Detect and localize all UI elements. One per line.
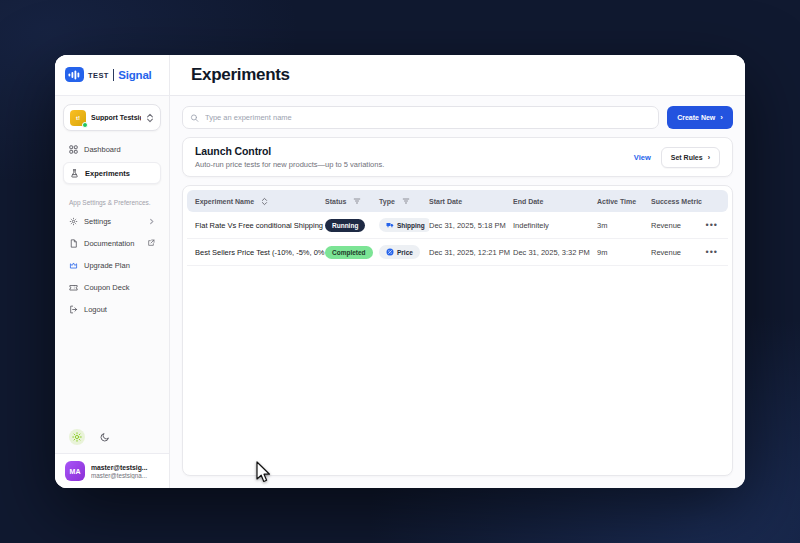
type-badge-price: Price	[379, 245, 420, 259]
sidebar-item-settings[interactable]: Settings	[63, 210, 161, 232]
menu-item-label: Documentation	[84, 239, 134, 248]
column-header-end-date: End Date	[513, 198, 597, 205]
type-badge-label: Shipping	[397, 222, 425, 229]
brand-name-right: Signal	[118, 69, 151, 81]
account-name: Support Testsig...	[91, 114, 141, 121]
sidebar-item-label: Experiments	[85, 169, 130, 178]
brand-name-left: TEST	[88, 71, 109, 80]
brand-logo: TEST Signal	[55, 55, 169, 96]
page-header: Experiments	[170, 55, 745, 96]
set-rules-label: Set Rules	[671, 154, 703, 161]
row-actions-menu-button[interactable]: •••	[705, 247, 720, 257]
column-header-status: Status	[325, 197, 379, 205]
document-icon	[69, 239, 78, 248]
launch-control-actions: View Set Rules ›	[634, 147, 720, 168]
menu-item-label: Upgrade Plan	[84, 261, 130, 270]
cell-type: Shipping	[379, 218, 429, 232]
menu-item-label: Logout	[84, 305, 107, 314]
cell-type: Price	[379, 245, 429, 259]
sidebar-item-coupon-deck[interactable]: Coupon Deck	[63, 276, 161, 298]
dark-mode-button[interactable]	[97, 429, 113, 445]
percent-badge-icon	[386, 248, 394, 256]
sidebar-item-logout[interactable]: Logout	[63, 298, 161, 320]
brand-logo-icon	[65, 67, 84, 83]
desktop-background: TEST Signal t! Support Testsig... Dashbo…	[0, 0, 800, 543]
page-content: Create New › Launch Control Auto-run pri…	[170, 96, 745, 488]
grid-icon	[69, 145, 78, 154]
search-input[interactable]	[182, 106, 659, 129]
status-badge-completed: Completed	[325, 246, 373, 259]
light-mode-button[interactable]	[69, 429, 85, 445]
menu-item-label: Settings	[84, 217, 111, 226]
column-header-active-time: Active Time	[597, 198, 651, 205]
column-header-experiment-name: Experiment Name	[195, 197, 325, 206]
table-empty-space	[187, 266, 728, 471]
user-avatar: MA	[65, 461, 85, 481]
cell-success-metric: Revenue	[651, 221, 705, 230]
launch-control-title: Launch Control	[195, 145, 384, 157]
cell-end-date: Indefinitely	[513, 221, 597, 230]
app-window: TEST Signal t! Support Testsig... Dashbo…	[55, 55, 745, 488]
chevron-right-icon: ›	[708, 154, 710, 161]
column-header-success-metric: Success Metric	[651, 198, 705, 205]
table-row[interactable]: Flat Rate Vs Free conditional Shipping R…	[187, 212, 728, 239]
cell-end-date: Dec 31, 2025, 3:32 PM	[513, 248, 597, 257]
row-actions-menu-button[interactable]: •••	[705, 220, 720, 230]
cell-experiment-name: Best Sellers Price Test (-10%, -5%, 0%,	[195, 248, 325, 257]
chevron-up-down-icon	[146, 113, 154, 123]
table-header-row: Experiment Name Status Type Start Date	[187, 190, 728, 212]
column-header-start-date: Start Date	[429, 198, 513, 205]
status-badge-running: Running	[325, 219, 365, 232]
flask-icon	[70, 169, 79, 178]
create-new-button[interactable]: Create New ›	[667, 106, 733, 129]
user-name: master@testsig...	[91, 464, 148, 471]
cell-status: Running	[325, 219, 379, 232]
menu-item-label: Coupon Deck	[84, 283, 129, 292]
cell-status: Completed	[325, 246, 379, 259]
sidebar-item-upgrade-plan[interactable]: Upgrade Plan	[63, 254, 161, 276]
search-field-wrapper	[182, 106, 659, 129]
page-title: Experiments	[191, 65, 290, 85]
cell-start-date: Dec 31, 2025, 12:21 PM	[429, 248, 513, 257]
sidebar-nav: Dashboard Experiments	[55, 137, 169, 187]
user-email: master@testsigna...	[91, 472, 148, 479]
view-link[interactable]: View	[634, 153, 651, 162]
launch-control-subtitle: Auto-run price tests for new products—up…	[195, 160, 384, 169]
cell-start-date: Dec 31, 2025, 5:18 PM	[429, 221, 513, 230]
truck-icon	[386, 221, 394, 229]
sidebar-menu: Settings Documentation Upgrade Plan Coup…	[55, 210, 169, 320]
sidebar-item-experiments[interactable]: Experiments	[63, 162, 161, 184]
type-badge-shipping: Shipping	[379, 218, 429, 232]
theme-toggle	[55, 429, 169, 453]
filter-icon[interactable]	[402, 197, 410, 205]
external-link-icon	[147, 239, 155, 247]
sidebar-section-label: App Settings & Preferences.	[69, 199, 169, 206]
set-rules-button[interactable]: Set Rules ›	[661, 147, 720, 168]
user-profile[interactable]: MA master@testsig... master@testsigna...	[55, 453, 169, 488]
toolbar: Create New ›	[182, 106, 733, 129]
mouse-cursor	[256, 461, 272, 485]
cell-success-metric: Revenue	[651, 248, 705, 257]
online-status-dot	[82, 122, 88, 128]
gear-icon	[69, 217, 78, 226]
crown-icon	[69, 261, 78, 270]
sidebar-item-dashboard[interactable]: Dashboard	[63, 139, 161, 159]
chevron-right-icon	[148, 218, 155, 225]
cell-active-time: 3m	[597, 221, 651, 230]
sort-icon[interactable]	[261, 197, 268, 206]
chevron-right-icon: ›	[720, 113, 723, 122]
experiments-table: Experiment Name Status Type Start Date	[182, 185, 733, 476]
sidebar-spacer	[55, 320, 169, 429]
account-switcher[interactable]: t! Support Testsig...	[63, 104, 161, 131]
launch-control-text: Launch Control Auto-run price tests for …	[195, 145, 384, 169]
filter-icon[interactable]	[353, 197, 361, 205]
type-badge-label: Price	[397, 249, 413, 256]
ticket-icon	[69, 283, 78, 292]
cell-active-time: 9m	[597, 248, 651, 257]
brand-divider	[113, 69, 115, 81]
table-row[interactable]: Best Sellers Price Test (-10%, -5%, 0%, …	[187, 239, 728, 266]
moon-icon	[100, 432, 110, 442]
sidebar-item-documentation[interactable]: Documentation	[63, 232, 161, 254]
sidebar-item-label: Dashboard	[84, 145, 121, 154]
column-header-type: Type	[379, 197, 429, 205]
